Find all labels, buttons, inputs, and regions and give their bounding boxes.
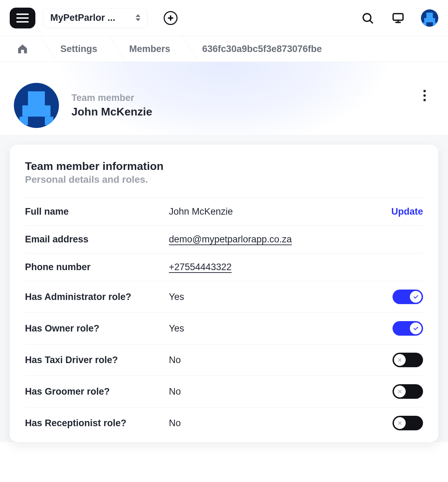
value-receptionist-role: No [169, 418, 386, 429]
topbar: MyPetParlor ... [0, 0, 448, 36]
x-icon [397, 389, 403, 394]
toggle-taxi-role[interactable] [393, 353, 423, 367]
value-email[interactable]: demo@mypetparlorapp.co.za [169, 234, 416, 245]
update-button[interactable]: Update [391, 206, 423, 217]
row-email: Email address demo@mypetparlorapp.co.za [25, 225, 423, 253]
label-groomer-role: Has Groomer role? [25, 386, 162, 397]
svg-rect-13 [22, 105, 50, 117]
svg-rect-6 [427, 12, 433, 18]
breadcrumb-members[interactable]: Members [110, 36, 183, 62]
row-receptionist-role: Has Receptionist role? No [25, 407, 423, 439]
card-title: Team member information [25, 160, 423, 173]
label-full-name: Full name [25, 206, 162, 217]
desktop-icon [391, 11, 405, 25]
label-phone: Phone number [25, 262, 162, 273]
breadcrumb-current: 636fc30a9bc5f3e873076fbe [183, 36, 334, 62]
plus-icon [168, 15, 173, 21]
row-phone: Phone number +27554443322 [25, 253, 423, 281]
x-icon [397, 357, 403, 363]
value-admin-role: Yes [169, 292, 386, 302]
value-full-name: John McKenzie [169, 206, 384, 217]
home-icon [17, 43, 28, 55]
label-receptionist-role: Has Receptionist role? [25, 418, 162, 429]
avatar-icon [14, 83, 59, 128]
svg-rect-16 [31, 117, 42, 125]
avatar-menu[interactable] [421, 9, 438, 27]
workspace-selector[interactable]: MyPetParlor ... [43, 8, 148, 28]
menu-icon [16, 14, 29, 23]
search-icon [361, 11, 374, 25]
content-area: Team member information Personal details… [0, 135, 448, 442]
row-full-name: Full name John McKenzie Update [25, 198, 423, 225]
value-taxi-role: No [169, 355, 386, 365]
menu-button[interactable] [10, 8, 35, 28]
svg-line-1 [370, 20, 373, 23]
value-phone[interactable]: +27554443322 [169, 262, 416, 273]
svg-rect-14 [19, 117, 28, 125]
row-admin-role: Has Administrator role? Yes [25, 281, 423, 312]
toggle-receptionist-role[interactable] [393, 416, 423, 430]
member-eyebrow: Team member [71, 93, 152, 103]
toggle-groomer-role[interactable] [393, 384, 423, 399]
add-button[interactable] [164, 11, 178, 25]
workspace-label: MyPetParlor ... [50, 12, 131, 23]
card-subtitle: Personal details and roles. [25, 174, 423, 185]
check-icon [413, 325, 419, 332]
chevron-up-down-icon [136, 14, 140, 22]
more-menu-button[interactable] [419, 88, 430, 103]
label-admin-role: Has Administrator role? [25, 292, 162, 302]
row-groomer-role: Has Groomer role? No [25, 376, 423, 407]
svg-rect-12 [28, 91, 45, 105]
row-owner-role: Has Owner role? Yes [25, 312, 423, 344]
svg-rect-9 [433, 22, 436, 25]
svg-rect-8 [423, 22, 426, 25]
label-taxi-role: Has Taxi Driver role? [25, 355, 162, 365]
search-button[interactable] [360, 10, 375, 26]
member-name: John McKenzie [71, 105, 152, 118]
svg-rect-10 [428, 22, 432, 25]
toggle-admin-role[interactable] [393, 290, 423, 304]
breadcrumb: Settings Members 636fc30a9bc5f3e873076fb… [0, 36, 448, 62]
top-actions [360, 9, 438, 27]
value-owner-role: Yes [169, 323, 386, 334]
svg-rect-2 [393, 14, 403, 20]
label-email: Email address [25, 234, 162, 245]
label-owner-role: Has Owner role? [25, 323, 162, 334]
member-avatar [14, 83, 59, 128]
member-info-card: Team member information Personal details… [10, 145, 438, 442]
row-taxi-role: Has Taxi Driver role? No [25, 344, 423, 376]
desktop-button[interactable] [390, 10, 406, 26]
avatar-icon [421, 9, 438, 27]
svg-rect-7 [424, 18, 435, 23]
toggle-owner-role[interactable] [393, 321, 423, 336]
breadcrumb-settings[interactable]: Settings [41, 36, 110, 62]
breadcrumb-home[interactable] [4, 36, 41, 62]
value-groomer-role: No [169, 386, 386, 397]
svg-rect-15 [45, 117, 53, 125]
x-icon [397, 420, 403, 426]
page-header: Team member John McKenzie [0, 62, 448, 135]
check-icon [413, 294, 419, 300]
